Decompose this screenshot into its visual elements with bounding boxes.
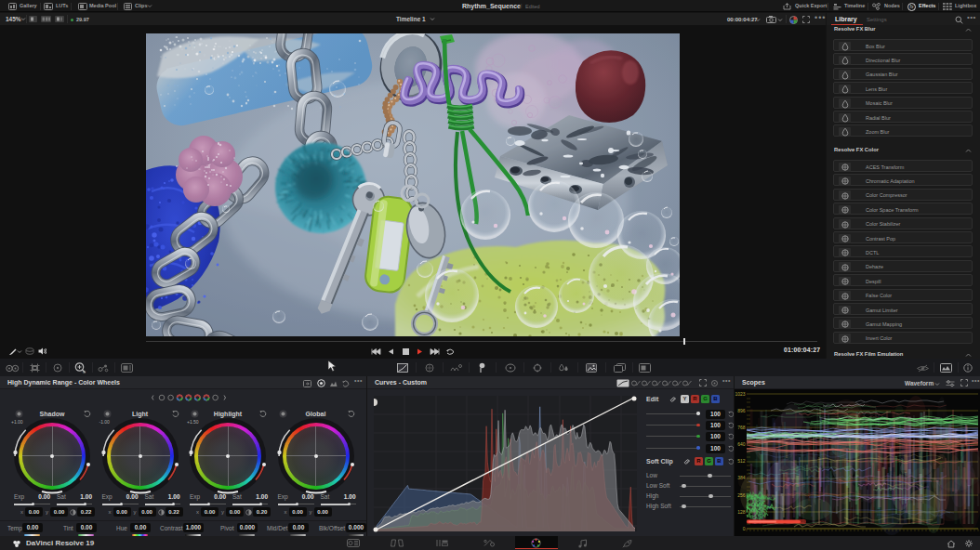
svg-text:1023: 1023	[735, 391, 745, 397]
svg-text:512: 512	[737, 458, 746, 464]
svg-text:640: 640	[737, 441, 746, 447]
svg-text:0: 0	[743, 526, 746, 531]
svg-text:Q: Q	[83, 370, 86, 374]
svg-text:896: 896	[737, 408, 746, 413]
svg-text:768: 768	[737, 425, 746, 430]
svg-text:128: 128	[737, 509, 746, 515]
svg-text:fx: fx	[910, 4, 914, 9]
